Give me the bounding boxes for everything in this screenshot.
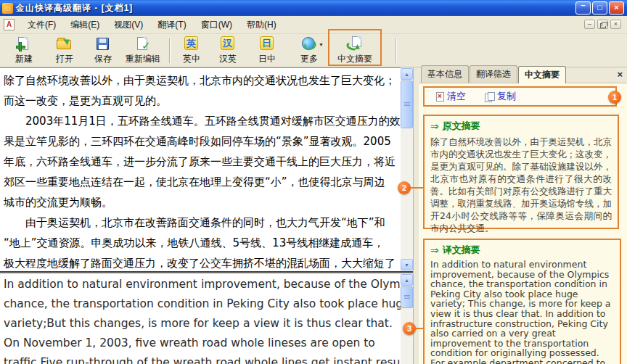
translation-summary-title: 译文摘要 <box>443 244 480 257</box>
green-arrow-icon: ⇒ <box>430 121 439 131</box>
reedit-button[interactable]: ✓ 重新编辑 <box>120 36 165 65</box>
chinese-summary-icon <box>346 36 364 52</box>
green-arrow-icon: ⇒ <box>430 245 439 255</box>
annotation-connector-2 <box>410 187 423 189</box>
source-pane-scrollbar[interactable]: ▲ ▼ <box>401 68 413 271</box>
summary-side-panel: 基本信息 翻译筛选 中文摘要 × × 清空 复制 ⇒ 原文摘要 除了自然环境改善… <box>419 67 627 364</box>
annotation-badge-2: 2 <box>398 181 411 194</box>
source-line: 果是立竿见影的，三环四环在交通高峰时段如同停车场的“景象”显著改观。2005 <box>0 131 401 152</box>
translation-scrollbar-thumb[interactable] <box>401 286 413 308</box>
source-text-pane[interactable]: 除了自然环境改善以外，由于奥运契机，北京市内的交通状况也发生了巨大变化； 而这一… <box>0 67 401 271</box>
annotation-connector-3 <box>415 328 423 329</box>
translation-line: chance, the transportation condition in … <box>0 294 401 314</box>
translation-line: In addition to natural environment impro… <box>0 275 401 294</box>
more-button-label: 更多 <box>292 53 326 65</box>
scroll-up-icon[interactable]: ▲ <box>401 68 413 80</box>
toolbar: 新建 打开 保存 ✓ 重新编辑 英 英中 汉 <box>0 34 627 67</box>
tab-chinese-summary[interactable]: 中文摘要 <box>518 66 566 83</box>
source-line: 城市的交流更为顺畅。 <box>0 192 401 212</box>
maximize-icon: □ <box>597 3 602 12</box>
copy-button[interactable]: 复制 <box>485 90 516 103</box>
jp-cn-label: 日中 <box>250 53 284 65</box>
source-line: 极大程度地缓解了路面交通压力，改变了公交车拥挤不堪的混乱场面，大大缩短了 <box>0 253 401 271</box>
translate-en-cn-icon: 英 <box>183 36 200 52</box>
scroll-down-icon[interactable]: ▼ <box>401 259 413 270</box>
save-floppy-icon <box>94 36 112 52</box>
open-folder-icon <box>56 36 73 52</box>
dropdown-arrow-icon: ▼ <box>319 42 324 47</box>
chinese-summary-button[interactable]: 中文摘要 <box>331 36 379 65</box>
en-cn-label: 英中 <box>175 53 208 65</box>
annotation-badge-3: 3 <box>403 322 416 335</box>
minimize-button[interactable]: – <box>575 1 591 15</box>
title-bar: 金山快译高级翻译 - [文档1] – □ × <box>0 0 627 16</box>
save-button[interactable]: 保存 <box>86 36 120 65</box>
child-minimize-button[interactable]: – <box>584 20 595 29</box>
scroll-up-icon[interactable]: ▲ <box>401 274 413 286</box>
translation-summary-text: In addition to natural environment impro… <box>430 260 614 364</box>
translate-cn-en-button[interactable]: 汉 汉英 <box>211 36 245 65</box>
open-button[interactable]: 打开 <box>46 36 83 65</box>
menu-edit[interactable]: 编辑(E) <box>63 17 107 33</box>
menu-bar: A 文件(F) 编辑(E) 视图(V) 翻译(T) 窗口(W) 帮助(H) – … <box>0 16 627 34</box>
reedit-icon: ✓ <box>134 36 152 52</box>
source-line: “地上”交通资源。申奥成功以来，地铁八通线、5号线、13号线相继建成通车， <box>0 233 401 253</box>
menu-view[interactable]: 视图(V) <box>107 17 150 33</box>
translate-jp-cn-button[interactable]: 日 日中 <box>250 36 284 65</box>
source-summary-box: ⇒ 原文摘要 除了自然环境改善以外，由于奥运契机，北京市内的交通状况也发生了巨大… <box>423 115 619 229</box>
translation-line: variety;But this changes, is more for ke… <box>0 314 401 334</box>
source-line: 除了自然环境改善以外，由于奥运契机，北京市内的交通状况也发生了巨大变化； <box>0 70 401 91</box>
panel-close-icon[interactable]: × <box>617 70 623 80</box>
clear-button-label: 清空 <box>447 90 466 103</box>
copy-icon <box>485 92 494 102</box>
menu-help[interactable]: 帮助(H) <box>239 17 284 33</box>
chinese-summary-label: 中文摘要 <box>331 53 379 65</box>
close-button[interactable]: × <box>609 1 624 15</box>
tab-basic-info[interactable]: 基本信息 <box>421 65 469 83</box>
translation-pane-scrollbar[interactable]: ▲ <box>401 274 413 364</box>
toolbar-separator <box>396 38 396 63</box>
panel-divider <box>413 67 419 364</box>
clear-button[interactable]: × 清空 <box>436 90 466 103</box>
translate-en-cn-button[interactable]: 英 英中 <box>175 36 208 65</box>
source-line: 年底，六环路全线通车，进一步分流了原来一些主要交通干线上的巨大压力，将近 <box>0 152 401 172</box>
source-scrollbar-thumb[interactable] <box>401 80 413 128</box>
maximize-button[interactable]: □ <box>592 1 607 15</box>
source-summary-text: 除了自然环境改善以外，由于奥运契机，北京市内的交通状况也发生了巨大变化；这改变，… <box>430 136 612 234</box>
new-button[interactable]: 新建 <box>6 36 42 65</box>
source-line: 2003年11月1日，五环路全线通车。五环路全线贯通对缓解市区交通压力的效 <box>0 111 401 131</box>
save-button-label: 保存 <box>86 53 120 65</box>
translation-text-pane[interactable]: In addition to natural environment impro… <box>0 274 401 364</box>
child-restore-button[interactable] <box>597 20 608 29</box>
menu-file[interactable]: 文件(F) <box>20 17 63 33</box>
translation-line: On November 1, 2003, five wreath road wh… <box>0 334 401 353</box>
more-translate-button[interactable]: ▼ 更多 <box>292 36 326 65</box>
app-logo-icon <box>2 3 13 14</box>
menu-window[interactable]: 窗口(W) <box>194 17 239 33</box>
translate-cn-en-icon: 汉 <box>219 36 237 52</box>
tab-translation-filter[interactable]: 翻译筛选 <box>470 65 517 83</box>
source-summary-title: 原文摘要 <box>443 120 480 133</box>
child-close-button[interactable]: × <box>610 20 621 29</box>
close-icon: × <box>614 3 618 12</box>
translation-summary-box: ⇒ 译文摘要 In addition to natural environmen… <box>423 239 621 364</box>
translation-line: traffic.Five run-through of the wreath r… <box>0 353 401 364</box>
toolbar-separator <box>169 38 170 63</box>
globe-icon: ▼ <box>300 36 318 52</box>
copy-button-label: 复制 <box>497 90 516 103</box>
new-document-icon <box>15 36 33 52</box>
summary-actions-box: × 清空 复制 <box>423 86 617 107</box>
menu-translate[interactable]: 翻译(T) <box>150 17 193 33</box>
new-button-label: 新建 <box>6 53 42 65</box>
reedit-button-label: 重新编辑 <box>120 53 165 65</box>
open-button-label: 打开 <box>46 53 83 65</box>
translate-jp-cn-icon: 日 <box>258 36 276 52</box>
source-line: 郊区一些重要地点连结在一起，使北京在地理上变得更“小”，也使得北京与周边 <box>0 172 401 192</box>
window-title: 金山快译高级翻译 - [文档1] <box>16 2 133 15</box>
source-line: 而这一改变，是更为直观可见的。 <box>0 91 401 111</box>
annotation-badge-1: 1 <box>608 91 621 104</box>
app-window: 金山快译高级翻译 - [文档1] – □ × A 文件(F) 编辑(E) 视图(… <box>0 0 627 364</box>
source-line: 由于奥运契机，北京市在改善路面交通条件的同时，也大力气开发“地下”和 <box>0 212 401 233</box>
panel-tab-bar: 基本信息 翻译筛选 中文摘要 × <box>419 67 627 83</box>
cn-en-label: 汉英 <box>211 53 245 65</box>
